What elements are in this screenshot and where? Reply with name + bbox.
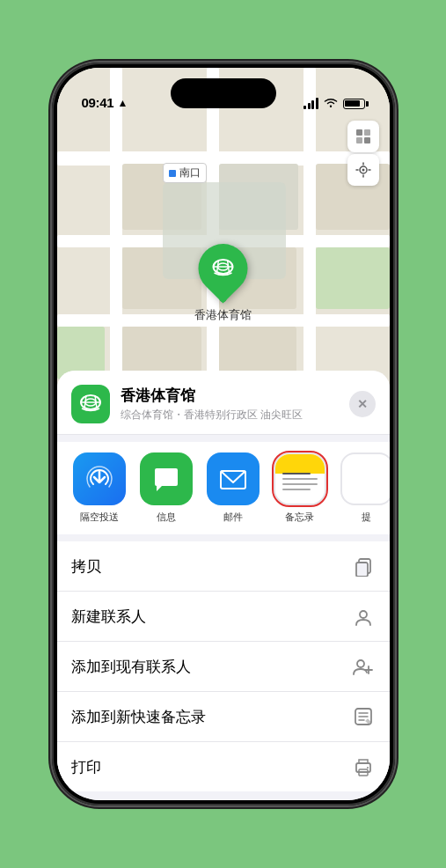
svg-rect-36 bbox=[356, 563, 368, 577]
share-item-more[interactable]: 提 bbox=[339, 452, 390, 524]
action-list: 拷贝 新建联系人 bbox=[57, 541, 390, 791]
quick-notes-icon bbox=[351, 704, 376, 729]
print-label: 打印 bbox=[71, 757, 101, 777]
share-item-mail[interactable]: 邮件 bbox=[205, 452, 261, 524]
copy-label: 拷贝 bbox=[71, 556, 101, 577]
venue-subtitle: 综合体育馆・香港特别行政区 油尖旺区 bbox=[121, 408, 339, 423]
status-time: 09:41 bbox=[82, 95, 114, 110]
venue-info: 香港体育馆 综合体育馆・香港特别行政区 油尖旺区 bbox=[121, 386, 339, 423]
bottom-sheet: 香港体育馆 综合体育馆・香港特别行政区 油尖旺区 ✕ 隔空投 bbox=[57, 371, 390, 800]
more-icon bbox=[340, 452, 390, 505]
svg-rect-19 bbox=[364, 129, 370, 136]
svg-rect-17 bbox=[316, 247, 390, 309]
location-arrow-icon: ▲ bbox=[117, 97, 128, 109]
wifi-icon bbox=[324, 97, 338, 110]
status-icons bbox=[303, 97, 365, 110]
printer-icon bbox=[351, 754, 376, 779]
map-controls bbox=[347, 121, 379, 186]
marker-label: 香港体育馆 bbox=[194, 307, 252, 323]
map-label-text: 南口 bbox=[179, 166, 201, 180]
notes-icon bbox=[274, 452, 326, 505]
svg-point-42 bbox=[367, 767, 369, 769]
map-type-button[interactable] bbox=[347, 121, 379, 152]
action-copy[interactable]: 拷贝 bbox=[57, 541, 390, 592]
action-add-existing[interactable]: 添加到现有联系人 bbox=[57, 642, 390, 692]
message-icon bbox=[140, 452, 193, 505]
map-label-north-exit: 南口 bbox=[163, 163, 207, 183]
add-existing-label: 添加到现有联系人 bbox=[71, 657, 191, 677]
location-button[interactable] bbox=[347, 154, 379, 186]
svg-rect-1 bbox=[57, 151, 390, 166]
phone-frame: 09:41 ▲ bbox=[52, 63, 395, 805]
action-add-notes[interactable]: 添加到新快速备忘录 bbox=[57, 692, 390, 742]
svg-rect-18 bbox=[356, 129, 362, 136]
svg-rect-21 bbox=[364, 137, 370, 143]
airdrop-icon bbox=[73, 452, 126, 505]
message-label: 信息 bbox=[157, 511, 176, 524]
more-label: 提 bbox=[362, 511, 371, 524]
svg-point-37 bbox=[360, 611, 367, 618]
share-item-airdrop[interactable]: 隔空投送 bbox=[71, 452, 128, 524]
svg-rect-20 bbox=[356, 137, 362, 143]
sheet-header: 香港体育馆 综合体育馆・香港特别行政区 油尖旺区 ✕ bbox=[57, 371, 390, 435]
signal-bars bbox=[303, 99, 318, 109]
share-item-notes[interactable]: 备忘录 bbox=[272, 452, 328, 524]
close-button[interactable]: ✕ bbox=[349, 391, 376, 417]
mail-label: 邮件 bbox=[223, 511, 243, 524]
venue-name: 香港体育馆 bbox=[121, 386, 339, 406]
phone-screen: 09:41 ▲ bbox=[57, 68, 390, 800]
new-contact-icon bbox=[351, 604, 376, 629]
svg-point-38 bbox=[357, 660, 364, 667]
add-notes-label: 添加到新快速备忘录 bbox=[71, 707, 206, 727]
action-print[interactable]: 打印 bbox=[57, 742, 390, 791]
add-contact-icon bbox=[351, 654, 376, 679]
dynamic-island bbox=[171, 78, 276, 108]
battery-icon bbox=[343, 99, 365, 109]
venue-icon bbox=[71, 385, 110, 423]
svg-point-23 bbox=[362, 169, 364, 172]
action-new-contact[interactable]: 新建联系人 bbox=[57, 592, 390, 642]
mail-icon bbox=[207, 452, 260, 505]
stadium-marker[interactable]: 香港体育馆 bbox=[194, 244, 252, 323]
copy-icon bbox=[351, 554, 376, 578]
share-item-message[interactable]: 信息 bbox=[138, 452, 194, 524]
new-contact-label: 新建联系人 bbox=[71, 607, 146, 627]
notes-label: 备忘录 bbox=[285, 511, 314, 524]
airdrop-label: 隔空投送 bbox=[80, 511, 119, 524]
share-row: 隔空投送 信息 bbox=[57, 442, 390, 534]
